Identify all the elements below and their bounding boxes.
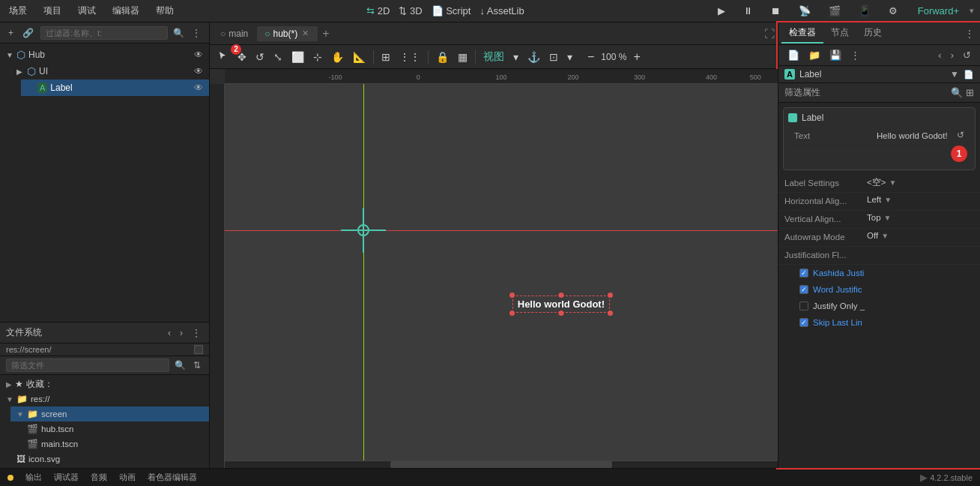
fs-sort[interactable]: ⇅: [191, 359, 203, 371]
scale-tool-btn[interactable]: ⤡: [270, 49, 286, 65]
ruler-tool-btn[interactable]: 📐: [349, 49, 369, 65]
remote-btn[interactable]: 📡: [795, 4, 814, 18]
label-node-container[interactable]: Hello world Godot!: [512, 296, 610, 313]
justif-word[interactable]: ✓ Word Justific: [778, 281, 980, 298]
select-tool-btn[interactable]: [214, 48, 232, 65]
status-shader[interactable]: 着色器编辑器: [148, 472, 197, 483]
anchor-menu-btn[interactable]: ⚓: [524, 49, 544, 65]
fs-nav-prev[interactable]: ‹: [166, 327, 173, 339]
assetlib-btn[interactable]: ↓ AssetLib: [476, 4, 527, 18]
rect-tool-btn[interactable]: ⬜: [288, 49, 308, 65]
mode-3d-btn[interactable]: ⇅ 3D: [395, 4, 426, 18]
tab-hub-close[interactable]: ✕: [300, 28, 310, 38]
inspect-object-btn[interactable]: 📄: [784, 48, 802, 62]
stop-btn[interactable]: ⏹: [767, 4, 784, 18]
status-debugger[interactable]: 调试器: [54, 472, 79, 483]
fs-item-res[interactable]: ▼ 📁 res://: [0, 392, 209, 406]
inspector-options[interactable]: ⋮: [962, 27, 977, 40]
view-dropdown[interactable]: ▾: [509, 49, 522, 65]
fs-nav-next[interactable]: ›: [178, 327, 185, 339]
justif-skip[interactable]: ✓ Skip Last Lin: [778, 314, 980, 331]
zoom-plus[interactable]: +: [629, 48, 644, 66]
snap-btn[interactable]: ⊞: [378, 49, 394, 65]
tab-node[interactable]: 节点: [823, 23, 856, 44]
refresh-btn[interactable]: ↺: [960, 48, 974, 62]
justif-kashida[interactable]: ✓ Kashida Justi: [778, 265, 980, 281]
status-animation[interactable]: 动画: [119, 472, 136, 483]
zoom-minus[interactable]: −: [584, 48, 598, 66]
status-audio[interactable]: 音频: [91, 472, 107, 483]
movie-btn[interactable]: 🎬: [825, 4, 844, 18]
justif-kashida-checkbox[interactable]: ✓: [799, 268, 808, 278]
rotate-tool-btn[interactable]: ↺: [252, 49, 268, 65]
add-tab-btn[interactable]: +: [319, 27, 332, 40]
view-btn[interactable]: 视图: [480, 48, 508, 66]
autowrap-dropdown[interactable]: Off ▼: [867, 231, 889, 240]
handle-tl[interactable]: [509, 292, 515, 298]
justif-skip-checkbox[interactable]: ✓: [799, 318, 808, 327]
canvas-area[interactable]: -100 0 100 200 300 400 500: [210, 69, 778, 468]
fs-item-hub-tscn[interactable]: 🎬 hub.tscn: [21, 422, 209, 436]
config-btn[interactable]: ⚙: [885, 4, 901, 18]
play-btn[interactable]: ▶: [714, 4, 729, 18]
inspector-scroll[interactable]: Label Settings <空> ▼ Horizontal Alig... …: [778, 175, 980, 468]
layout-dropdown[interactable]: ▾: [563, 49, 576, 65]
node-doc-btn[interactable]: 📄: [964, 70, 974, 80]
menu-item-project[interactable]: 项目: [40, 3, 64, 19]
tree-item-hub[interactable]: ▼ ⬡ Hub 👁: [0, 46, 209, 63]
nav-prev-btn[interactable]: ‹: [935, 48, 944, 62]
layout-btn[interactable]: ⊡: [545, 49, 562, 65]
inspect-folder-btn[interactable]: 📁: [805, 48, 823, 62]
visibility-ui[interactable]: 👁: [194, 66, 203, 76]
anchor-btn[interactable]: ⊹: [309, 49, 326, 65]
scene-options-btn[interactable]: ⋮: [190, 27, 203, 39]
fs-view-toggle[interactable]: [194, 345, 203, 354]
menu-item-editor[interactable]: 编辑器: [109, 3, 142, 19]
deploy-btn[interactable]: 📱: [855, 4, 874, 18]
text-prop-refresh[interactable]: ↺: [957, 130, 964, 140]
justif-word-checkbox[interactable]: ✓: [799, 285, 808, 294]
h-align-dropdown[interactable]: Left ▼: [867, 195, 892, 204]
tree-item-label[interactable]: A Label 👁: [21, 80, 209, 96]
fs-filter-search[interactable]: 🔍: [172, 359, 188, 371]
canvas-scrollbar-h[interactable]: [225, 460, 778, 468]
link-btn[interactable]: 🔗: [20, 27, 36, 39]
label-settings-dropdown[interactable]: <空> ▼: [867, 177, 896, 188]
tab-history[interactable]: 历史: [856, 23, 889, 44]
menu-item-scene[interactable]: 场景: [6, 3, 30, 19]
fs-item-screen[interactable]: ▼ 📁 screen: [10, 406, 209, 422]
filter-group-btn[interactable]: ⊞: [966, 87, 974, 98]
handle-bm[interactable]: [558, 310, 563, 316]
menu-item-debug[interactable]: 调试: [75, 3, 99, 19]
node-expand-btn[interactable]: ▼: [950, 69, 959, 80]
handle-br[interactable]: [608, 310, 613, 316]
justif-only[interactable]: Justify Only _: [778, 298, 980, 314]
handle-tm[interactable]: [558, 292, 563, 298]
menu-item-help[interactable]: 帮助: [153, 3, 177, 19]
handle-tr[interactable]: [608, 292, 613, 298]
scene-filter-input[interactable]: [40, 26, 168, 40]
filter-search-btn[interactable]: 🔍: [951, 87, 963, 98]
inspect-save-btn[interactable]: 💾: [826, 48, 844, 62]
nav-next-btn[interactable]: ›: [948, 48, 957, 62]
visibility-hub[interactable]: 👁: [194, 50, 203, 60]
justif-only-checkbox[interactable]: [799, 302, 808, 310]
mode-2d-btn[interactable]: ⇆ 2D: [363, 4, 393, 18]
renderer-dropdown[interactable]: ▾: [970, 6, 974, 16]
grid-btn[interactable]: ⋮⋮: [396, 49, 424, 65]
tab-main[interactable]: ○ main: [213, 26, 255, 41]
pause-btn[interactable]: ⏸: [739, 4, 757, 18]
handle-bl[interactable]: [509, 310, 515, 316]
v-align-dropdown[interactable]: Top ▼: [867, 213, 891, 222]
fs-options[interactable]: ⋮: [190, 327, 203, 339]
filter-search-btn[interactable]: 🔍: [171, 27, 187, 39]
tab-inspector[interactable]: 检查器: [781, 23, 823, 44]
inspect-more-btn[interactable]: ⋮: [847, 48, 863, 62]
status-output[interactable]: 输出: [25, 472, 42, 483]
canvas-viewport[interactable]: Hello world Godot! -100 0 100 200 300: [225, 84, 778, 468]
fs-filter-input[interactable]: [6, 358, 169, 372]
pan-tool-btn[interactable]: ✋: [327, 49, 348, 65]
fs-item-bookmarks[interactable]: ▶ ★ 收藏：: [0, 376, 209, 392]
visibility-label[interactable]: 👁: [194, 82, 203, 93]
script-btn[interactable]: 📄 Script: [428, 4, 475, 18]
